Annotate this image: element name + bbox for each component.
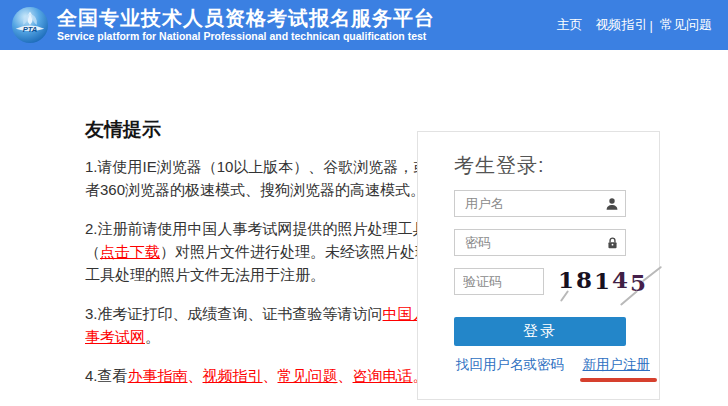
captcha-row: 18145	[454, 268, 659, 295]
register-link[interactable]: 新用户注册	[583, 357, 651, 372]
captcha-input[interactable]	[454, 268, 544, 295]
svg-text:PTA: PTA	[23, 25, 38, 34]
login-links-row: 找回用户名或密码 新用户注册	[456, 356, 650, 374]
nav-home[interactable]: 主页	[557, 16, 583, 34]
tip-1: 1.请使用IE浏览器（10以上版本）、谷歌浏览器，或者360浏览器的极速模式、搜…	[85, 155, 435, 201]
forgot-credentials-link[interactable]: 找回用户名或密码	[456, 356, 564, 374]
title-block: 全国专业技术人员资格考试报名服务平台 Service platform for …	[57, 7, 435, 43]
nav-faq[interactable]: 常见问题	[660, 16, 712, 34]
hotline-link[interactable]: 咨询电话	[353, 367, 413, 384]
download-photo-tool-link[interactable]: 点击下载	[100, 243, 160, 260]
service-guide-link[interactable]: 办事指南	[128, 367, 188, 384]
tip-4-separator: 、	[188, 367, 203, 384]
password-input[interactable]	[454, 229, 626, 256]
top-nav: 主页 视频指引 | 常见问题	[557, 16, 712, 34]
login-button[interactable]: 登录	[454, 317, 626, 346]
tip-4-separator: 、	[338, 367, 353, 384]
captcha-field-wrap	[454, 268, 544, 295]
tip-3-text-post: 。	[145, 328, 160, 345]
tip-3-text-pre: 3.准考证打印、成绩查询、证书查验等请访问	[85, 305, 383, 322]
tips-section: 友情提示 1.请使用IE浏览器（10以上版本）、谷歌浏览器，或者360浏览器的极…	[85, 118, 435, 403]
tip-3: 3.准考证打印、成绩查询、证书查验等请访问中国人事考试网。	[85, 302, 435, 348]
username-field-wrap	[454, 190, 626, 217]
tips-heading: 友情提示	[85, 118, 435, 142]
tip-4-separator: 、	[263, 367, 278, 384]
register-link-wrap: 新用户注册	[583, 356, 651, 374]
login-panel: 考生登录: 18145 登录	[417, 131, 660, 400]
tip-1-text: 1.请使用IE浏览器（10以上版本）、谷歌浏览器，或者360浏览器的极速模式、搜…	[85, 158, 428, 198]
lock-icon	[606, 236, 619, 249]
tip-4: 4.查看办事指南、视频指引、常见问题、咨询电话。	[85, 364, 435, 387]
tip-4-text-pre: 4.查看	[85, 367, 128, 384]
nav-separator: |	[650, 18, 653, 33]
nav-video-guide[interactable]: 视频指引	[596, 16, 648, 34]
video-guide-link[interactable]: 视频指引	[203, 367, 263, 384]
captcha-digits: 18145	[558, 266, 648, 293]
faq-link[interactable]: 常见问题	[278, 367, 338, 384]
pta-logo-icon: PTA	[11, 6, 49, 44]
app-header: PTA 全国专业技术人员资格考试报名服务平台 Service platform …	[0, 0, 728, 50]
tip-2: 2.注册前请使用中国人事考试网提供的照片处理工具（点击下载）对照片文件进行处理。…	[85, 217, 435, 286]
user-icon	[605, 197, 619, 211]
username-input[interactable]	[454, 190, 626, 217]
site-subtitle: Service platform for National Profession…	[57, 30, 435, 43]
password-field-wrap	[454, 229, 626, 256]
site-title: 全国专业技术人员资格考试报名服务平台	[57, 7, 435, 30]
login-heading: 考生登录:	[454, 154, 659, 176]
captcha-image[interactable]: 18145	[558, 266, 648, 293]
register-underline-marker	[580, 378, 658, 382]
